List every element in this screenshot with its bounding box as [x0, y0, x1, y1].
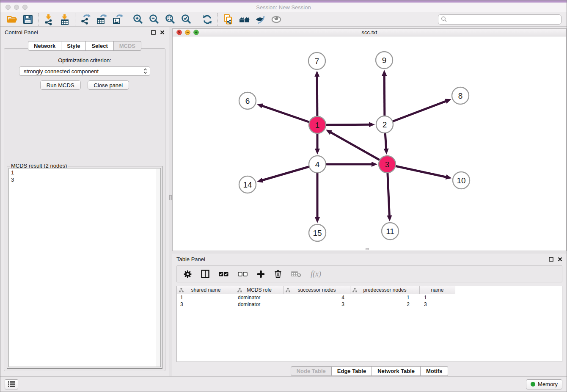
delete-column-button[interactable]	[274, 270, 282, 278]
unselect-all-columns-button[interactable]	[238, 272, 248, 276]
table-panel-tabs: Node TableEdge TableNetwork TableMotifs	[172, 366, 567, 376]
graph-node-1[interactable]: 1	[309, 116, 326, 133]
show-hide-graphics-details-button[interactable]	[252, 13, 268, 26]
refresh-layout-button[interactable]	[199, 13, 215, 26]
float-panel-icon[interactable]	[151, 30, 156, 35]
graph-node-9[interactable]: 9	[376, 52, 393, 69]
graph-edge-3-10[interactable]	[387, 164, 447, 177]
show-task-history-button[interactable]	[5, 379, 18, 389]
tab-mcds[interactable]: MCDS	[114, 41, 141, 51]
birdseye-view-button[interactable]	[268, 13, 284, 26]
graph-node-4[interactable]: 4	[309, 156, 326, 173]
clone-network-button[interactable]	[220, 13, 236, 26]
zoom-in-button[interactable]	[130, 13, 146, 26]
home-layout-button[interactable]	[236, 13, 252, 26]
export-image-icon	[112, 14, 124, 25]
graph-edge-2-8[interactable]	[385, 101, 447, 124]
export-network-button[interactable]	[77, 13, 94, 26]
edge-arrowhead	[446, 174, 452, 179]
svg-text:3: 3	[385, 160, 390, 169]
graph-edge-3-1[interactable]	[330, 132, 387, 164]
optimization-criterion-dropdown[interactable]: strongly connected component	[19, 66, 150, 76]
memory-button[interactable]: Memory	[526, 379, 562, 389]
import-network-button[interactable]	[41, 13, 57, 26]
search-field[interactable]	[438, 14, 561, 25]
dropdown-stepper-icon	[141, 68, 149, 74]
zoom-in-icon	[132, 14, 144, 25]
network-view[interactable]: 7968124314101511	[173, 36, 566, 251]
column-header-shared-name[interactable]: shared name	[177, 286, 235, 294]
column-header-MCDS-role[interactable]: MCDS role	[235, 286, 284, 294]
edge-arrowhead	[445, 99, 451, 104]
show-column-button[interactable]	[201, 270, 209, 278]
zoom-fit-button[interactable]	[162, 13, 179, 26]
add-column-button[interactable]	[257, 270, 265, 278]
network-window-titlebar[interactable]: scc.txt	[173, 29, 566, 36]
edge-arrowhead	[257, 103, 263, 108]
close-panel-icon[interactable]	[558, 257, 562, 262]
table-mode-gear-button[interactable]	[184, 270, 192, 278]
float-panel-icon[interactable]	[549, 257, 553, 262]
search-input[interactable]	[447, 15, 561, 24]
network-canvas[interactable]: 7968124314101511	[173, 36, 566, 249]
graph-node-7[interactable]: 7	[308, 52, 325, 69]
close-panel-icon[interactable]	[160, 30, 165, 35]
import-network-icon	[43, 14, 55, 25]
panel-splitter-vertical[interactable]	[169, 27, 172, 376]
table-row[interactable]: 1dominator411	[177, 294, 562, 301]
unchecked-boxes-icon	[238, 272, 248, 276]
tab-network-table[interactable]: Network Table	[372, 366, 421, 376]
tab-select[interactable]: Select	[86, 41, 113, 51]
tab-network[interactable]: Network	[28, 41, 61, 51]
network-resize-grip[interactable]	[366, 248, 369, 250]
zoom-selected-button[interactable]	[179, 13, 195, 26]
graph-node-11[interactable]: 11	[382, 223, 399, 240]
control-panel-tabs: NetworkStyleSelectMCDS	[0, 41, 169, 51]
tab-edge-table[interactable]: Edge Table	[332, 366, 372, 376]
svg-text:7: 7	[315, 57, 319, 66]
import-table-icon	[59, 14, 71, 25]
result-scrollbar[interactable]	[156, 169, 160, 367]
splitter-grip[interactable]	[169, 195, 172, 200]
mcds-result-text[interactable]: 13	[8, 168, 161, 367]
tab-node-table[interactable]: Node Table	[291, 366, 332, 376]
edge-arrowhead	[372, 162, 377, 167]
save-session-button[interactable]	[20, 13, 36, 26]
select-all-columns-button[interactable]	[219, 272, 228, 276]
svg-text:1: 1	[315, 121, 320, 130]
column-header-successor-nodes[interactable]: successor nodes	[284, 286, 350, 294]
graph-node-3[interactable]: 3	[379, 156, 396, 173]
tab-style[interactable]: Style	[61, 41, 86, 51]
search-icon	[441, 16, 447, 22]
graph-node-2[interactable]: 2	[376, 116, 393, 133]
toolbar-separator	[38, 13, 39, 26]
graph-node-15[interactable]: 15	[309, 224, 326, 241]
run-mcds-button[interactable]: Run MCDS	[40, 80, 81, 90]
sitemap-icon	[179, 288, 184, 294]
export-image-button[interactable]	[110, 13, 126, 26]
svg-text:2: 2	[383, 120, 387, 129]
column-header-name[interactable]: name	[420, 286, 455, 294]
cell-mcds_role: dominator	[235, 294, 284, 301]
export-table-button[interactable]	[94, 13, 110, 26]
zoom-out-button[interactable]	[146, 13, 162, 26]
graph-node-14[interactable]: 14	[239, 176, 256, 193]
node-table[interactable]: shared nameMCDS rolesuccessor nodesprede…	[176, 286, 562, 362]
open-session-button[interactable]	[4, 13, 20, 26]
column-header-predecessor-nodes[interactable]: predecessor nodes	[350, 286, 420, 294]
graph-node-8[interactable]: 8	[452, 87, 469, 104]
toolbar-separator	[128, 13, 128, 26]
table-row[interactable]: 3dominator323	[177, 301, 562, 308]
graph-node-6[interactable]: 6	[239, 92, 256, 109]
status-bar: Memory	[0, 376, 567, 392]
close-panel-button[interactable]: Close panel	[88, 80, 129, 90]
cell-successor_nodes: 4	[284, 294, 350, 301]
delete-table-button[interactable]	[291, 271, 301, 277]
open-folder-icon	[6, 14, 18, 25]
function-builder-button[interactable]: f(x)	[311, 270, 321, 279]
graph-node-10[interactable]: 10	[453, 172, 470, 189]
tab-motifs[interactable]: Motifs	[421, 366, 448, 376]
import-table-button[interactable]	[57, 13, 73, 26]
toolbar-separator	[75, 13, 75, 26]
edge-arrowhead	[314, 71, 319, 77]
